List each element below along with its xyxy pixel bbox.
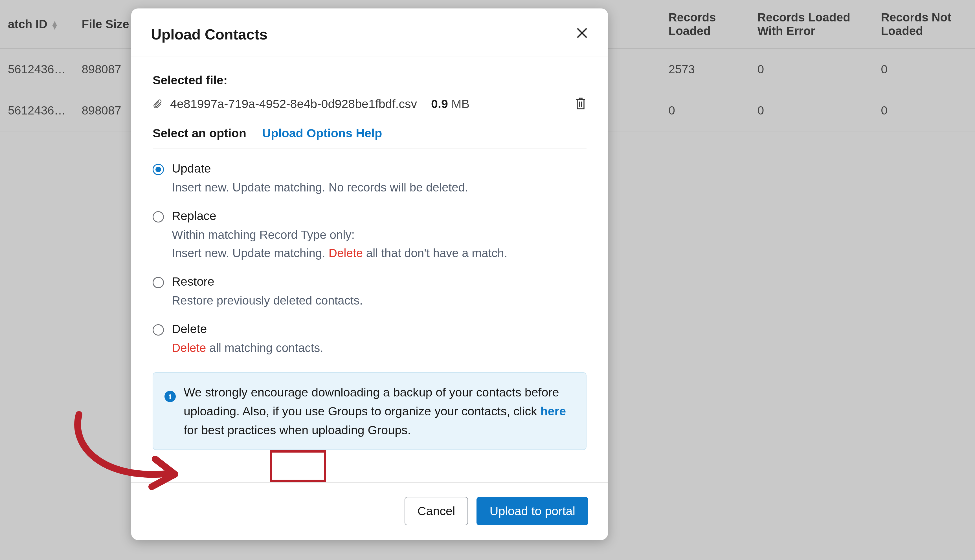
radio-replace[interactable] [153, 211, 164, 222]
upload-options-help-link[interactable]: Upload Options Help [262, 126, 382, 140]
radio-update-title: Update [172, 162, 468, 175]
upload-to-portal-button[interactable]: Upload to portal [476, 497, 588, 525]
annotation-highlight-box [270, 450, 326, 482]
radio-update[interactable] [153, 164, 164, 175]
paperclip-icon [153, 98, 163, 110]
modal-title: Upload Contacts [151, 26, 267, 43]
file-size: 0.9 [431, 97, 448, 110]
close-icon [576, 27, 588, 39]
radio-restore-title: Restore [172, 275, 363, 288]
groups-best-practices-link[interactable]: here [540, 404, 566, 418]
close-button[interactable] [574, 25, 591, 42]
radio-delete[interactable] [153, 324, 164, 335]
radio-delete-title: Delete [172, 322, 323, 336]
trash-icon [575, 97, 586, 110]
select-option-label: Select an option [153, 126, 246, 140]
radio-replace-desc: Within matching Record Type only: Insert… [172, 226, 507, 262]
radio-restore-desc: Restore previously deleted contacts. [172, 291, 363, 310]
info-text: We strongly encourage downloading a back… [184, 383, 575, 439]
cancel-button[interactable]: Cancel [404, 497, 468, 525]
radio-update-desc: Insert new. Update matching. No records … [172, 178, 468, 197]
info-icon: i [164, 391, 176, 402]
selected-file-label: Selected file: [153, 73, 586, 87]
upload-options-group: Update Insert new. Update matching. No r… [153, 162, 586, 357]
radio-delete-desc: Delete all matching contacts. [172, 338, 323, 357]
remove-file-button[interactable] [575, 97, 586, 111]
radio-restore[interactable] [153, 277, 164, 288]
file-name: 4e81997a-719a-4952-8e4b-0d928be1fbdf.csv [170, 97, 417, 111]
selected-file-row: 4e81997a-719a-4952-8e4b-0d928be1fbdf.csv… [153, 97, 586, 111]
info-banner: i We strongly encourage downloading a ba… [153, 372, 586, 450]
upload-contacts-modal: Upload Contacts Selected file: 4e81997a-… [131, 8, 608, 540]
radio-replace-title: Replace [172, 209, 507, 223]
